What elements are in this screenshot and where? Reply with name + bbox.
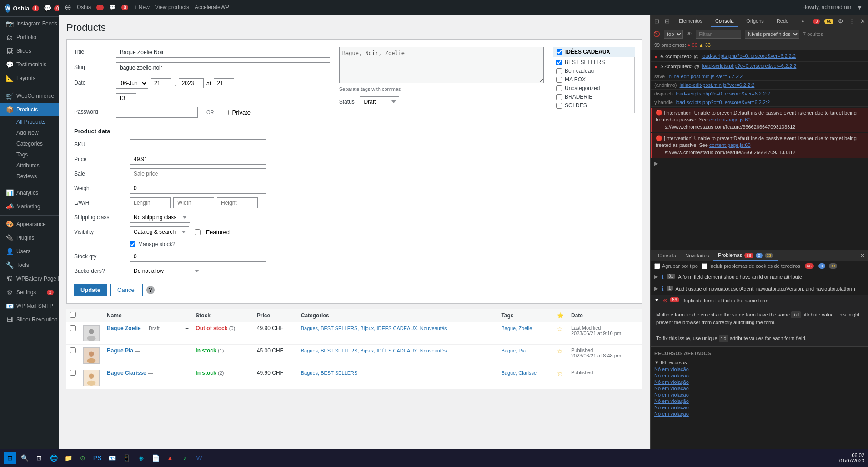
ma-box-checkbox[interactable]	[556, 77, 562, 83]
app-icon-7[interactable]: 📄	[149, 452, 162, 464]
row-checkbox[interactable]	[70, 325, 76, 331]
agrupar-checkbox[interactable]	[654, 263, 660, 269]
devtools-bottom-tab-novidades[interactable]: Novidades	[681, 251, 713, 261]
title-input[interactable]	[116, 47, 330, 58]
sidebar-item-marketing[interactable]: 📣 Marketing	[0, 200, 59, 213]
sidebar-item-settings[interactable]: ⚙ Settings 2	[0, 286, 59, 299]
error-link[interactable]: load-scripts.php?c=0..erscore&ver=6.2.2:…	[702, 63, 796, 69]
site-name-link[interactable]: Oshia	[77, 4, 91, 10]
sidebar-item-woocommerce[interactable]: 🛒 WooCommerce	[0, 89, 59, 103]
devtools-tab-origens[interactable]: Origens	[742, 15, 768, 27]
sale-input[interactable]	[130, 168, 266, 179]
taskview-icon[interactable]: ⊡	[33, 452, 45, 464]
content-page-link-2[interactable]: content-page.js:60	[709, 142, 751, 148]
tags-textarea[interactable]: Bague, Noir, Zoelie	[339, 47, 544, 83]
status-select[interactable]: Draft Published	[360, 96, 399, 107]
width-input[interactable]	[173, 197, 214, 208]
content-page-link[interactable]: content-page.js:60	[709, 117, 751, 122]
soldes-checkbox[interactable]	[556, 103, 562, 109]
idees-cadeaux-checkbox[interactable]	[557, 49, 562, 55]
no-link-1[interactable]: Nó em violação	[654, 366, 864, 372]
context-select[interactable]: top	[664, 30, 683, 39]
problem-expand-arrow[interactable]: ▶	[654, 286, 658, 291]
date-year-input[interactable]	[179, 78, 204, 88]
braderie-checkbox[interactable]	[556, 94, 562, 100]
sidebar-item-plugins[interactable]: 🔌 Plugins	[0, 231, 59, 245]
filter-input[interactable]	[696, 30, 741, 39]
product-name[interactable]: Bague Clarisse	[107, 370, 146, 376]
private-checkbox[interactable]	[223, 110, 229, 115]
product-tags[interactable]: Bague, Pia	[501, 348, 526, 353]
app-icon-5[interactable]: 📱	[120, 452, 133, 464]
star-button[interactable]: ☆	[557, 347, 563, 355]
product-tags[interactable]: Bague, Clarisse	[501, 370, 537, 376]
date-hour-input[interactable]	[214, 78, 234, 88]
sidebar-sub-tags[interactable]: Tags	[0, 149, 59, 160]
photoshop-icon[interactable]: PS	[91, 452, 104, 464]
new-button[interactable]: + New	[134, 4, 149, 10]
dispatch-link[interactable]: load-scripts.php?c=0..erscore&ver=6.2.2:…	[676, 91, 770, 96]
star-button[interactable]: ☆	[557, 325, 563, 332]
date-minute-input[interactable]	[116, 93, 136, 103]
expand-arrow[interactable]: ▶	[651, 159, 868, 168]
start-button[interactable]: ⊞	[4, 452, 16, 464]
sidebar-item-slides[interactable]: 🖼 Slides	[0, 44, 59, 58]
file-explorer-icon[interactable]: 📁	[62, 452, 75, 464]
manage-stock-checkbox[interactable]	[130, 241, 135, 247]
product-name[interactable]: Bague Zoelie	[107, 325, 141, 331]
devtools-settings-icon[interactable]: ⚙	[837, 17, 844, 25]
col-tags[interactable]: Tags	[497, 309, 553, 322]
product-categories[interactable]: Bagues, BEST SELLERS	[301, 370, 358, 376]
slug-input[interactable]	[116, 62, 330, 73]
error-link[interactable]: load-scripts.php?c=0..erscore&ver=6.2.2:…	[702, 53, 796, 59]
problem-expand-arrow[interactable]: ▶	[654, 274, 658, 280]
sidebar-item-testimonials[interactable]: 💬 Testimonials	[0, 58, 59, 71]
app-icon-4[interactable]: 📧	[105, 452, 118, 464]
devtools-bottom-tab-problemas[interactable]: Problemas 66 0 33	[713, 250, 778, 261]
sidebar-item-portfolio[interactable]: 🗂 Portfolio	[0, 30, 59, 44]
no-link-2[interactable]: Nó em violação	[654, 372, 864, 379]
devtools-more-icon[interactable]: ⋮	[848, 17, 856, 25]
sidebar-item-wpmail[interactable]: 📧 WP Mail SMTP	[0, 299, 59, 313]
col-name[interactable]: Name	[103, 309, 182, 322]
col-categories[interactable]: Categories	[297, 309, 498, 322]
devtools-inspect-icon[interactable]: ⊡	[653, 17, 660, 25]
search-taskbar-icon[interactable]: 🔍	[18, 452, 31, 464]
cancel-button[interactable]: Cancel	[110, 284, 142, 296]
no-link-5[interactable]: Nó em violação	[654, 392, 864, 398]
weight-input[interactable]	[130, 183, 266, 194]
devtools-responsive-icon[interactable]: ⊞	[664, 17, 671, 25]
sidebar-sub-reviews[interactable]: Reviews	[0, 171, 59, 182]
app-icon-9[interactable]: ♪	[178, 452, 191, 464]
stock-qty-input[interactable]	[130, 251, 266, 262]
acceleratewp-link[interactable]: AccelerateWP	[195, 4, 229, 10]
devtools-tab-elementos[interactable]: Elementos	[674, 15, 707, 27]
no-link-4[interactable]: Nó em violação	[654, 385, 864, 392]
no-link-3[interactable]: Nó em violação	[654, 379, 864, 385]
levels-select[interactable]: Níveis predefinidos	[745, 30, 799, 39]
col-date[interactable]: Date	[567, 309, 642, 322]
backorders-select[interactable]: Do not allow Allow	[130, 266, 202, 276]
sidebar-item-instagram[interactable]: 📷 Instagram Feeds	[0, 17, 59, 30]
sidebar-sub-add-new[interactable]: Add New	[0, 127, 59, 138]
devtools-bottom-tab-consola[interactable]: Consola	[653, 251, 681, 261]
view-products-link[interactable]: View products	[155, 4, 189, 10]
devtools-tab-rede[interactable]: Rede	[772, 15, 793, 27]
sidebar-sub-attributes[interactable]: Attributes	[0, 160, 59, 171]
sidebar-item-products[interactable]: 📦 Products	[0, 103, 59, 116]
yhandle-link[interactable]: load-scripts.php?c=0..erscore&ver=6.2.2:…	[676, 100, 770, 105]
product-categories[interactable]: Bagues, BEST SELLERS, Bijoux, IDÉES CADE…	[301, 348, 447, 353]
chrome-icon[interactable]: ⊙	[76, 452, 89, 464]
sku-input[interactable]	[130, 139, 266, 150]
col-stock[interactable]: Stock	[192, 309, 253, 322]
problems-close-icon[interactable]: ✕	[860, 252, 865, 259]
no-link-6[interactable]: Nó em violação	[654, 398, 864, 404]
product-categories[interactable]: Bagues, BEST SELLERS, Bijoux, IDÉES CADE…	[301, 326, 447, 331]
no-link-8[interactable]: Nó em violação	[654, 411, 864, 417]
update-button[interactable]: Update	[74, 284, 107, 296]
eye-icon[interactable]: 👁	[687, 31, 692, 37]
price-input[interactable]	[130, 154, 266, 165]
devtools-tab-more[interactable]: »	[797, 15, 808, 27]
sidebar-item-tools[interactable]: 🔧 Tools	[0, 258, 59, 272]
height-input[interactable]	[217, 197, 258, 208]
